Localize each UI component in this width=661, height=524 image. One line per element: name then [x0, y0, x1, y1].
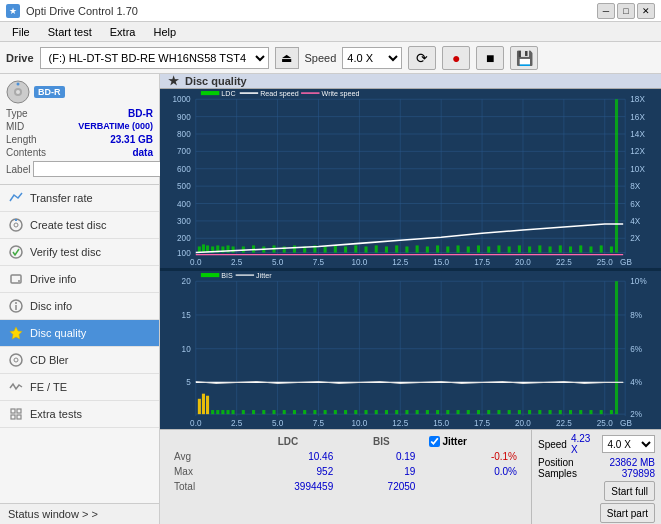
svg-rect-115: [579, 245, 582, 252]
verify-disc-icon: [8, 244, 24, 260]
svg-rect-101: [436, 245, 439, 252]
svg-rect-112: [549, 246, 552, 252]
menu-file[interactable]: File: [4, 24, 38, 40]
disc-type-badge: BD-R: [34, 86, 65, 98]
svg-rect-18: [11, 415, 15, 419]
svg-rect-192: [436, 410, 439, 414]
svg-rect-94: [364, 246, 367, 252]
speed-label-stats: Speed: [538, 439, 567, 450]
nav-disc-quality[interactable]: Disc quality: [0, 320, 159, 347]
minimize-button[interactable]: ─: [597, 3, 615, 19]
svg-text:17.5: 17.5: [474, 258, 490, 267]
nav-cd-bler[interactable]: CD Bler: [0, 347, 159, 374]
svg-text:25.0: 25.0: [597, 419, 613, 428]
start-part-button[interactable]: Start part: [600, 503, 655, 523]
svg-rect-198: [497, 410, 500, 414]
svg-text:2.5: 2.5: [231, 419, 243, 428]
svg-text:18X: 18X: [630, 95, 645, 104]
svg-text:2.5: 2.5: [231, 258, 243, 267]
svg-text:5: 5: [186, 378, 191, 387]
svg-rect-180: [313, 410, 316, 414]
svg-rect-114: [569, 246, 572, 252]
svg-text:Jitter: Jitter: [256, 272, 272, 280]
svg-rect-211: [201, 273, 219, 277]
nav-create-test-disc[interactable]: Create test disc: [0, 212, 159, 239]
svg-rect-87: [293, 245, 296, 252]
svg-rect-95: [375, 245, 378, 252]
svg-rect-104: [467, 246, 470, 252]
svg-rect-172: [232, 410, 235, 414]
svg-rect-187: [385, 410, 388, 414]
nav-drive-info[interactable]: Drive info: [0, 266, 159, 293]
svg-text:15: 15: [182, 311, 192, 320]
samples-info: Samples 379898: [538, 468, 655, 479]
start-full-button[interactable]: Start full: [604, 481, 655, 501]
jitter-checkbox[interactable]: [429, 436, 440, 447]
stop-button[interactable]: ■: [476, 46, 504, 70]
drive-select[interactable]: (F:) HL-DT-ST BD-RE WH16NS58 TST4: [40, 47, 269, 69]
svg-rect-178: [293, 410, 296, 414]
svg-text:6%: 6%: [630, 345, 642, 354]
svg-text:200: 200: [177, 234, 191, 243]
svg-rect-75: [202, 244, 205, 252]
nav-transfer-rate[interactable]: Transfer rate: [0, 185, 159, 212]
svg-rect-109: [518, 245, 521, 252]
refresh-button[interactable]: ⟳: [408, 46, 436, 70]
nav-verify-disc-label: Verify test disc: [30, 246, 101, 258]
speed-select[interactable]: 4.0 X: [342, 47, 402, 69]
speed-select-stats[interactable]: 4.0 X: [602, 435, 655, 453]
eject-button[interactable]: ⏏: [275, 47, 299, 69]
save-button[interactable]: 💾: [510, 46, 538, 70]
position-info: Position 23862 MB: [538, 457, 655, 468]
record-button[interactable]: ●: [442, 46, 470, 70]
nav-fe-te[interactable]: FE / TE: [0, 374, 159, 401]
svg-rect-210: [615, 281, 618, 414]
svg-rect-200: [518, 410, 521, 414]
app-title: Opti Drive Control 1.70: [26, 5, 138, 17]
speed-label: Speed: [305, 52, 337, 64]
menu-extra[interactable]: Extra: [102, 24, 144, 40]
max-label: Max: [168, 465, 235, 478]
nav-extra-tests[interactable]: Extra tests: [0, 401, 159, 428]
svg-rect-106: [487, 246, 490, 252]
nav-drive-info-label: Drive info: [30, 273, 76, 285]
nav-cd-bler-label: CD Bler: [30, 354, 69, 366]
svg-rect-175: [262, 410, 265, 414]
nav-create-disc-label: Create test disc: [30, 219, 106, 231]
nav-verify-test-disc[interactable]: Verify test disc: [0, 239, 159, 266]
svg-rect-165: [198, 399, 201, 414]
svg-rect-108: [508, 246, 511, 252]
jitter-checkbox-row: Jitter: [429, 436, 517, 447]
menu-start-test[interactable]: Start test: [40, 24, 100, 40]
svg-point-15: [14, 358, 18, 362]
nav-disc-info[interactable]: Disc info: [0, 293, 159, 320]
svg-text:GB: GB: [620, 419, 632, 428]
nav-extra-tests-label: Extra tests: [30, 408, 82, 420]
nav-items: Transfer rate Create test disc Verify te…: [0, 185, 159, 503]
status-window-nav[interactable]: Status window > >: [0, 503, 159, 524]
svg-rect-120: [201, 91, 219, 95]
menu-help[interactable]: Help: [145, 24, 184, 40]
disc-length-row: Length 23.31 GB: [6, 134, 153, 145]
svg-text:20: 20: [182, 277, 192, 286]
app-icon: ★: [6, 4, 20, 18]
svg-rect-168: [211, 410, 214, 414]
total-label: Total: [168, 480, 235, 493]
quality-header-icon: ★: [168, 74, 179, 88]
svg-point-12: [15, 302, 17, 304]
label-row: Label ...: [6, 160, 153, 178]
label-input[interactable]: [33, 161, 166, 177]
bis-chart-svg: 20 15 10 5 10% 8% 6% 4% 2% 0.0 2.5 5.0 7…: [160, 271, 661, 429]
svg-rect-166: [202, 394, 205, 414]
svg-text:900: 900: [177, 113, 191, 122]
disc-info-icon: [8, 298, 24, 314]
svg-rect-92: [344, 246, 347, 252]
stats-left: LDC BIS Jitter Avg 10.46 0.19: [160, 430, 531, 524]
svg-rect-199: [508, 410, 511, 414]
svg-text:0.0: 0.0: [190, 419, 202, 428]
close-button[interactable]: ✕: [637, 3, 655, 19]
maximize-button[interactable]: □: [617, 3, 635, 19]
svg-rect-204: [559, 410, 562, 414]
svg-text:GB: GB: [620, 258, 632, 267]
svg-rect-189: [405, 410, 408, 414]
